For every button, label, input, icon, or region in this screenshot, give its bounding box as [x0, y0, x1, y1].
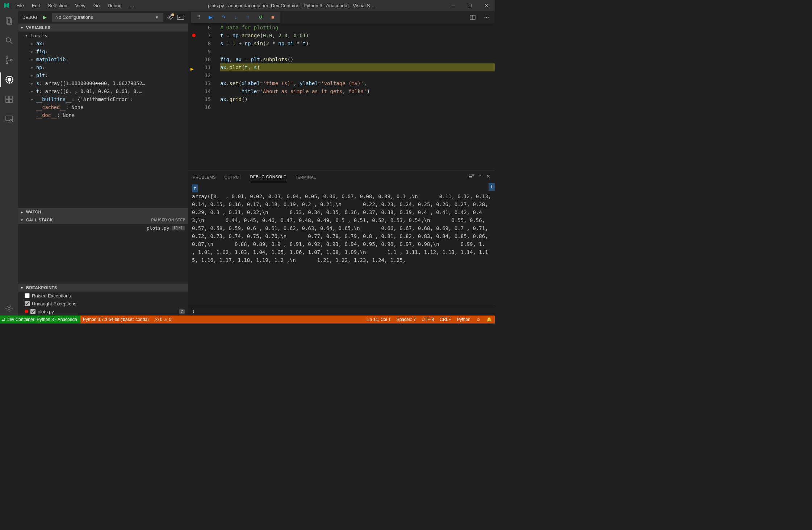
svg-rect-16: [9, 96, 12, 99]
svg-rect-13: [6, 96, 9, 99]
python-interpreter[interactable]: Python 3.7.3 64-bit ('base': conda): [80, 317, 152, 322]
extensions-icon[interactable]: [0, 92, 18, 107]
panel-tab-problems[interactable]: PROBLEMS: [193, 172, 216, 182]
variable-__builtins__[interactable]: ▸__builtins__: {'ArithmeticError':: [18, 95, 188, 103]
eol[interactable]: CRLF: [437, 317, 454, 322]
variable-__cached__[interactable]: ▸__cached__: None: [18, 103, 188, 111]
remote-indicator[interactable]: ⇄ Dev Container: Python 3 - Anaconda: [0, 316, 80, 324]
gutter-line-9[interactable]: 9: [188, 47, 211, 55]
code-line-14[interactable]: title='About as simple as it gets, folks…: [220, 87, 495, 95]
variable-plt[interactable]: ▸plt:: [18, 71, 188, 79]
step-over-button[interactable]: ↷: [218, 12, 229, 22]
panel-tab-debug-console[interactable]: DEBUG CONSOLE: [250, 172, 286, 182]
search-icon[interactable]: [0, 33, 18, 48]
gutter-line-12[interactable]: 12: [188, 71, 211, 79]
variable-ax[interactable]: ▸ax:: [18, 39, 188, 47]
code-line-15[interactable]: ax.grid(): [220, 95, 495, 103]
maximize-button[interactable]: ☐: [461, 0, 478, 11]
window-title: plots.py - anacondacontainer [Dev Contai…: [138, 3, 445, 8]
variable-__doc__[interactable]: ▸__doc__: None: [18, 111, 188, 119]
close-button[interactable]: ✕: [478, 0, 495, 11]
code-line-12[interactable]: [220, 71, 495, 79]
watch-section-header[interactable]: ▸WATCH: [18, 208, 188, 216]
notifications-icon[interactable]: 🔔: [484, 317, 495, 322]
collapse-panel-icon[interactable]: ^: [479, 174, 481, 180]
panel-tab-output[interactable]: OUTPUT: [225, 172, 242, 182]
variable-fig[interactable]: ▸fig:: [18, 47, 188, 55]
repl-input[interactable]: ❯: [188, 307, 495, 316]
breakpoints-section-header[interactable]: ▾BREAKPOINTS: [18, 284, 188, 292]
language-mode[interactable]: Python: [454, 317, 473, 322]
bp-uncaught-exceptions[interactable]: Uncaught Exceptions: [18, 300, 188, 308]
menu-…[interactable]: …: [126, 1, 138, 11]
debug-settings-icon[interactable]: [167, 14, 173, 21]
gutter-line-6[interactable]: 6: [188, 24, 211, 32]
more-actions-icon[interactable]: ⋯: [481, 12, 492, 22]
gutter-line-16[interactable]: 16: [188, 103, 211, 111]
locals-scope[interactable]: ▾Locals: [18, 32, 188, 39]
gutter-line-13[interactable]: 13: [188, 79, 211, 87]
callstack-section: plots.py11:1: [18, 224, 188, 284]
variable-t[interactable]: ▸t: array([0. , 0.01, 0.02, 0.03, 0.…: [18, 87, 188, 95]
variable-np[interactable]: ▸np:: [18, 63, 188, 71]
gutter-line-8[interactable]: 8: [188, 39, 211, 47]
menu-go[interactable]: Go: [90, 1, 103, 11]
bp-raised-checkbox[interactable]: [25, 293, 30, 298]
clear-console-icon[interactable]: [468, 174, 474, 180]
settings-gear-icon[interactable]: [0, 301, 18, 316]
app-logo: [0, 2, 13, 9]
code-line-8[interactable]: s = 1 + np.sin(2 * np.pi * t): [220, 39, 495, 47]
menu-selection[interactable]: Selection: [44, 1, 71, 11]
explorer-icon[interactable]: [0, 14, 18, 28]
bp-file-checkbox[interactable]: [30, 309, 35, 314]
code-line-16[interactable]: [220, 103, 495, 111]
callstack-section-header[interactable]: ▾CALL STACK PAUSED ON STEP: [18, 216, 188, 224]
code-line-10[interactable]: fig, ax = plt.subplots(): [220, 55, 495, 63]
debug-config-text: No Configurations: [55, 14, 93, 20]
variables-section-header[interactable]: ▾VARIABLES: [18, 24, 188, 32]
code-line-9[interactable]: [220, 47, 495, 55]
step-into-button[interactable]: ↓: [230, 12, 241, 22]
menu-debug[interactable]: Debug: [104, 1, 125, 11]
source-control-icon[interactable]: [0, 53, 18, 67]
start-debug-button[interactable]: ▶: [41, 14, 49, 21]
stack-frame[interactable]: plots.py11:1: [18, 224, 188, 232]
bp-uncaught-checkbox[interactable]: [25, 301, 30, 306]
drag-handle-icon[interactable]: ⠿: [193, 12, 204, 22]
indentation[interactable]: Spaces: 7: [394, 317, 419, 322]
minimize-button[interactable]: ─: [445, 0, 461, 11]
panel-tab-terminal[interactable]: TERMINAL: [295, 172, 316, 182]
code-line-6[interactable]: # Data for plotting: [220, 24, 495, 32]
close-panel-icon[interactable]: ✕: [486, 174, 490, 180]
problems-indicator[interactable]: ⓧ0 ⚠0: [152, 317, 174, 322]
bp-raised-exceptions[interactable]: Raised Exceptions: [18, 292, 188, 300]
step-out-button[interactable]: ↑: [243, 12, 254, 22]
gutter-line-11[interactable]: ▶11: [188, 63, 211, 71]
encoding[interactable]: UTF-8: [419, 317, 437, 322]
code-line-7[interactable]: t = np.arange(0.0, 2.0, 0.01): [220, 32, 495, 39]
gutter-line-10[interactable]: 10: [188, 55, 211, 63]
variable-matplotlib[interactable]: ▸matplotlib:: [18, 55, 188, 63]
cursor-position[interactable]: Ln 11, Col 1: [364, 317, 394, 322]
gutter-line-14[interactable]: 14: [188, 87, 211, 95]
feedback-icon[interactable]: ☺: [473, 317, 484, 322]
variable-s[interactable]: ▸s: array([1.00000000e+00, 1.06279052…: [18, 79, 188, 87]
gutter-line-15[interactable]: 15: [188, 95, 211, 103]
menu-edit[interactable]: Edit: [28, 1, 43, 11]
restart-button[interactable]: ↺: [255, 12, 266, 22]
remote-explorer-icon[interactable]: [0, 112, 18, 126]
code-line-11[interactable]: ax.plot(t, s): [220, 63, 495, 71]
code-editor[interactable]: 678910▶111213141516 # Data for plottingt…: [188, 24, 495, 171]
debug-console[interactable]: t t array([0. , 0.01, 0.02, 0.03, 0.04, …: [188, 183, 495, 307]
menu-file[interactable]: File: [13, 1, 28, 11]
split-editor-icon[interactable]: [467, 12, 478, 22]
debug-console-toggle-icon[interactable]: ▸_: [177, 15, 184, 20]
menu-view[interactable]: View: [72, 1, 89, 11]
continue-button[interactable]: ▶|: [206, 12, 217, 22]
debug-icon[interactable]: [0, 72, 18, 87]
stop-button[interactable]: ■: [267, 12, 278, 22]
code-line-13[interactable]: ax.set(xlabel='time (s)', ylabel='voltag…: [220, 79, 495, 87]
debug-config-select[interactable]: No Configurations ▾: [52, 13, 164, 22]
gutter-line-7[interactable]: 7: [188, 32, 211, 39]
bp-file[interactable]: plots.py 7: [18, 308, 188, 316]
